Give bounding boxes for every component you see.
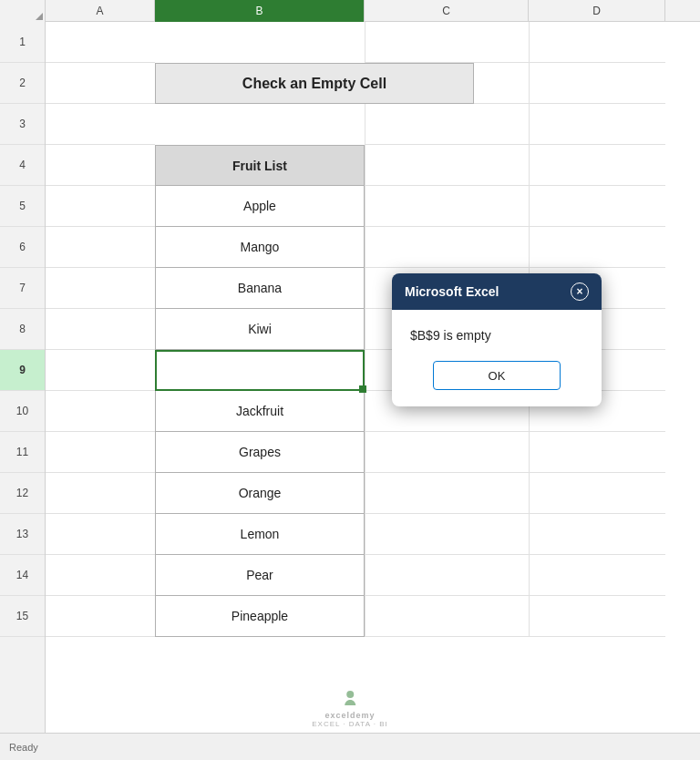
cell-a10[interactable]	[46, 391, 155, 432]
fill-handle[interactable]	[359, 385, 366, 393]
svg-point-0	[346, 691, 354, 698]
row-header-9[interactable]: 9	[0, 350, 45, 391]
cell-d13[interactable]	[530, 514, 665, 555]
fruit-row-banana[interactable]: Banana	[155, 268, 365, 309]
dialog-ok-button[interactable]: OK	[433, 361, 561, 390]
grid-area: Check an Empty Cell Fruit List Apple Man…	[46, 22, 700, 733]
cell-a12[interactable]	[46, 473, 155, 514]
cell-a6[interactable]	[46, 227, 155, 268]
fruit-row-lemon[interactable]: Lemon	[155, 514, 365, 555]
cell-a4[interactable]	[46, 145, 155, 186]
cell-d5[interactable]	[530, 186, 665, 227]
cell-a15[interactable]	[46, 596, 155, 637]
dialog-header: Microsoft Excel ×	[392, 273, 602, 310]
cell-a1[interactable]	[46, 22, 155, 63]
row-header-2[interactable]: 2	[0, 63, 45, 104]
fruit-row-kiwi[interactable]: Kiwi	[155, 309, 365, 350]
row-header-14[interactable]: 14	[0, 555, 45, 596]
cell-d4[interactable]	[530, 145, 665, 186]
row-header-6[interactable]: 6	[0, 227, 45, 268]
cell-a11[interactable]	[46, 432, 155, 473]
dialog-body: $B$9 is empty	[392, 310, 602, 352]
cell-c4[interactable]	[365, 145, 529, 186]
row-header-12[interactable]: 12	[0, 473, 45, 514]
row-header-11[interactable]: 11	[0, 432, 45, 473]
excel-dialog: Microsoft Excel × $B$9 is empty OK	[392, 273, 602, 406]
fruit-row-jackfruit[interactable]: Jackfruit	[155, 391, 365, 432]
cell-d15[interactable]	[530, 596, 665, 637]
corner-cell	[0, 0, 46, 22]
dialog-footer: OK	[392, 352, 602, 406]
cell-d14[interactable]	[530, 555, 665, 596]
spreadsheet: A B C D 1 2 3 4 5 6 7 8 9 10 11 12 13 14…	[0, 0, 700, 760]
fruit-row-grapes[interactable]: Grapes	[155, 432, 365, 473]
row-header-5[interactable]: 5	[0, 186, 45, 227]
cell-d3[interactable]	[530, 104, 665, 145]
dialog-close-button[interactable]: ×	[571, 282, 589, 301]
fruit-row-orange[interactable]: Orange	[155, 473, 365, 514]
row-header-7[interactable]: 7	[0, 268, 45, 309]
cell-c14[interactable]	[365, 555, 529, 596]
status-bar: Ready	[0, 733, 700, 760]
dialog-message: $B$9 is empty	[410, 328, 491, 343]
cell-c12[interactable]	[365, 473, 529, 514]
row-header-8[interactable]: 8	[0, 309, 45, 350]
row-header-1[interactable]: 1	[0, 22, 45, 63]
row-header-4[interactable]: 4	[0, 145, 45, 186]
col-header-c[interactable]: C	[365, 0, 529, 22]
cell-a14[interactable]	[46, 555, 155, 596]
cell-d11[interactable]	[530, 432, 665, 473]
cell-c15[interactable]	[365, 596, 529, 637]
row-headers: 1 2 3 4 5 6 7 8 9 10 11 12 13 14 15	[0, 22, 46, 733]
cell-d2[interactable]	[530, 63, 665, 104]
col-header-a[interactable]: A	[46, 0, 155, 22]
row-header-10[interactable]: 10	[0, 391, 45, 432]
col-header-b[interactable]: B	[155, 0, 365, 22]
fruit-row-pear[interactable]: Pear	[155, 555, 365, 596]
cell-a3[interactable]	[46, 104, 155, 145]
fruit-list-header: Fruit List	[155, 145, 365, 186]
col-header-d[interactable]: D	[529, 0, 665, 22]
title-cell: Check an Empty Cell	[155, 63, 474, 104]
cell-c11[interactable]	[365, 432, 529, 473]
row-header-13[interactable]: 13	[0, 514, 45, 555]
cell-c5[interactable]	[365, 186, 529, 227]
fruit-row-apple[interactable]: Apple	[155, 186, 365, 227]
cell-c6[interactable]	[365, 227, 529, 268]
cell-a9[interactable]	[46, 350, 155, 391]
fruit-row-mango[interactable]: Mango	[155, 227, 365, 268]
cell-d1[interactable]	[530, 22, 665, 63]
cell-a2[interactable]	[46, 63, 155, 104]
cell-a5[interactable]	[46, 186, 155, 227]
cell-a8[interactable]	[46, 309, 155, 350]
fruit-row-empty[interactable]	[155, 350, 365, 391]
cell-c3[interactable]	[365, 104, 529, 145]
fruit-row-pineapple[interactable]: Pineapple	[155, 596, 365, 637]
cell-c1[interactable]	[365, 22, 529, 63]
column-headers: A B C D	[0, 0, 700, 22]
cell-d6[interactable]	[530, 227, 665, 268]
cell-a13[interactable]	[46, 514, 155, 555]
dialog-title: Microsoft Excel	[405, 284, 499, 299]
row-header-15[interactable]: 15	[0, 596, 45, 637]
cell-c13[interactable]	[365, 514, 529, 555]
cell-a7[interactable]	[46, 268, 155, 309]
row-header-3[interactable]: 3	[0, 104, 45, 145]
cell-d12[interactable]	[530, 473, 665, 514]
watermark: exceldemy EXCEL · DATA · BI	[312, 687, 388, 728]
